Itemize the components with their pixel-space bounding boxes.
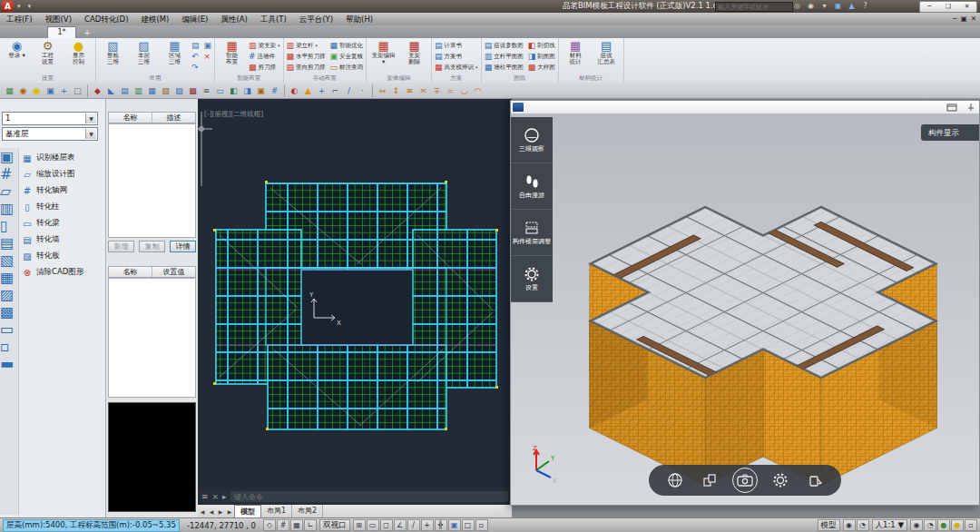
column-header[interactable]: 设置值	[152, 267, 195, 277]
status-toggle-icon[interactable]: ●	[937, 519, 950, 531]
ribbon-button[interactable]: ×	[204, 51, 212, 62]
ribbon-button[interactable]: ▤	[191, 40, 200, 51]
ribbon-button[interactable]: #连墙件	[249, 51, 280, 62]
status-toggle-icon[interactable]: ◉	[910, 519, 923, 531]
ribbon-button[interactable]: ▩大样图	[528, 62, 555, 73]
toolbar-icon[interactable]: ·	[356, 84, 369, 97]
toolbar-icon[interactable]: ≡	[403, 84, 416, 97]
ribbon-button[interactable]: ▦材料 统计	[562, 39, 590, 65]
model-space-button[interactable]: 模型	[818, 519, 840, 531]
tool-list-item[interactable]: ⊗清除CAD图形	[22, 264, 105, 281]
toolbar-icon[interactable]: ⌐	[328, 84, 342, 97]
toolbar-icon[interactable]: ●	[30, 84, 44, 97]
toolbar-icon[interactable]: ▦	[145, 84, 159, 97]
menu-item[interactable]: 云平台(Y)	[293, 13, 339, 25]
document-window-button[interactable]: ✕	[971, 13, 976, 25]
status-toggle-icon[interactable]: ◔	[924, 519, 936, 531]
pin-icon[interactable]	[966, 103, 975, 112]
toolbar-icon[interactable]: ↔	[376, 84, 389, 97]
table1-body[interactable]	[108, 123, 196, 238]
command-input[interactable]	[230, 491, 508, 502]
toolbar-icon[interactable]: ▣	[44, 84, 57, 97]
ribbon-button[interactable]: ▤搭设参数图	[485, 40, 524, 51]
tool-list-item[interactable]: #转化轴网	[22, 182, 105, 199]
view-3d-button[interactable]: 三维观察	[511, 117, 553, 163]
logo-dropdown-icon[interactable]: ▾	[17, 3, 21, 10]
toolbar-icon[interactable]: ▨	[172, 84, 186, 97]
toolbar-icon[interactable]: ▤	[118, 84, 132, 97]
toolbar-icon[interactable]: ▣	[254, 84, 268, 97]
chevron-down-icon[interactable]: ▼	[85, 113, 96, 123]
toolbar-icon[interactable]: ∓	[430, 84, 444, 97]
viewport-label[interactable]: [-][俯视][二维线框]	[204, 110, 263, 119]
ribbon-button[interactable]: ◧剖切线	[528, 40, 555, 51]
document-window-button[interactable]: ─	[953, 13, 957, 25]
menu-item[interactable]: 属性(A)	[214, 13, 253, 25]
details-button[interactable]: 详情	[170, 241, 196, 252]
layout-tab[interactable]: 布局1	[261, 505, 292, 517]
toolbar-icon[interactable]: ◆	[91, 84, 104, 97]
status-toggle-icon[interactable]: ◇	[263, 519, 276, 531]
toolbar-icon[interactable]: ◐	[288, 84, 301, 97]
floor-adjust-button[interactable]: 构件楼层调整	[511, 210, 553, 256]
quick-access-dropdown-icon[interactable]: ▾	[28, 3, 32, 10]
close-icon[interactable]: ×	[212, 492, 220, 501]
document-window-button[interactable]: ▣	[961, 13, 967, 25]
annotation-scale-button[interactable]: 人1:1 ▼	[872, 519, 907, 531]
toolbar-icon[interactable]: ◣	[104, 84, 118, 97]
help-icon[interactable]: ?	[859, 1, 871, 11]
strip-icon[interactable]: ▬	[0, 355, 14, 372]
toolbar-icon[interactable]: ▭	[213, 84, 227, 97]
status-toggle-icon[interactable]: ▫	[965, 519, 977, 531]
strip-icon[interactable]: ▭	[0, 320, 14, 338]
dropdown-icon[interactable]: ▾	[818, 1, 830, 11]
ribbon-button[interactable]: ▩水平剪刀撑	[287, 51, 326, 62]
toolbar-icon[interactable]: □	[71, 84, 84, 97]
ribbon-button[interactable]: ▦区域 三维	[161, 39, 189, 65]
column-header[interactable]: 描述	[152, 113, 195, 123]
ribbon-button[interactable]: ▧整栋 三维	[99, 39, 127, 65]
status-toggle-icon[interactable]: ◔	[857, 519, 869, 531]
strip-icon[interactable]: ▩	[0, 303, 14, 320]
tool-list-item[interactable]: ▱缩放设计图	[22, 166, 105, 182]
column-header[interactable]: 名称	[109, 267, 152, 277]
add-button[interactable]: 新增	[108, 241, 134, 252]
toolbar-icon[interactable]: ▲	[301, 84, 315, 97]
column-header[interactable]: 名称	[109, 113, 152, 123]
menu-item[interactable]: 帮助(H)	[339, 13, 379, 25]
strip-icon[interactable]: ▥	[0, 200, 14, 217]
ribbon-button[interactable]: ◉登录 ▾	[3, 39, 31, 59]
ribbon-button[interactable]: ▦支架 删除	[400, 39, 428, 65]
search-icon[interactable]: ◎	[791, 1, 803, 11]
ribbon-button[interactable]: ▦高支模辨识▾	[435, 62, 478, 73]
status-toggle-icon[interactable]: ◻	[380, 519, 393, 531]
settings-button[interactable]: 设置	[511, 256, 553, 302]
status-toggle-icon[interactable]: ▣	[448, 519, 461, 531]
status-toggle-icon[interactable]: ∠	[394, 519, 407, 531]
ribbon-button[interactable]: ▤计算书	[435, 40, 478, 51]
menu-item[interactable]: 工程(F)	[0, 13, 39, 25]
menu-item[interactable]: CAD转化(D)	[78, 13, 134, 25]
status-toggle-icon[interactable]: ▦	[290, 519, 303, 531]
close-button[interactable]: ✕	[957, 2, 976, 12]
layer-combo[interactable]: 基准层 ▼	[2, 127, 98, 141]
signin-user-icon[interactable]: ◉	[805, 1, 817, 11]
viewer3d-titlebar[interactable]	[511, 101, 979, 114]
ribbon-button[interactable]: ▦智能优化	[330, 40, 364, 51]
strip-icon[interactable]: ▣	[0, 148, 14, 165]
file-tab[interactable]: 1*	[47, 26, 76, 38]
app-logo-icon[interactable]: A	[2, 1, 14, 12]
menu-item[interactable]: 建模(M)	[134, 13, 175, 25]
ribbon-button[interactable]: ▭标注查询	[330, 62, 364, 73]
status-toggle-icon[interactable]: ∟	[304, 519, 317, 531]
search-input[interactable]	[715, 2, 793, 12]
dual-viewport-button[interactable]: 双视口	[319, 519, 350, 531]
ribbon-button[interactable]: ◨剖面图	[528, 51, 555, 62]
menu-item[interactable]: 视图(V)	[39, 13, 78, 25]
toolbar-icon[interactable]: #	[268, 84, 281, 97]
toolbar-icon[interactable]: ◨	[240, 84, 254, 97]
home-view-button[interactable]	[663, 468, 687, 492]
ribbon-button[interactable]: ▤方案书	[435, 51, 478, 62]
ribbon-button[interactable]: ⚙工程 设置	[34, 39, 62, 65]
toolbar-icon[interactable]: +	[315, 84, 328, 97]
